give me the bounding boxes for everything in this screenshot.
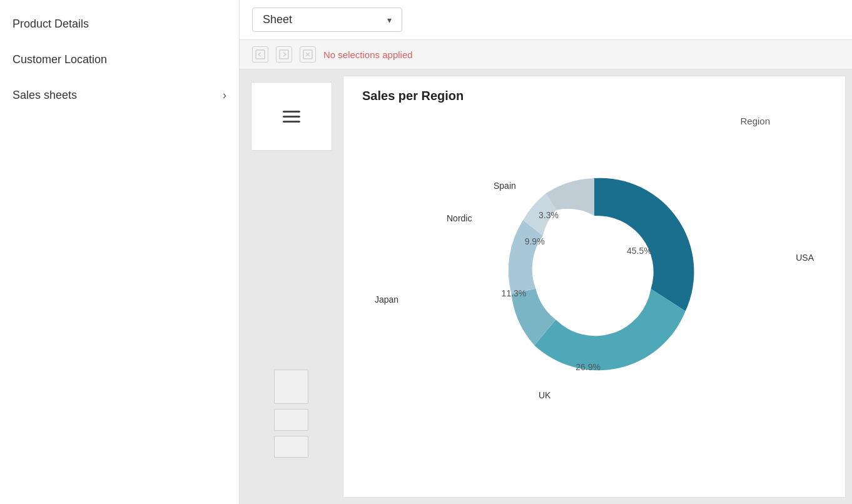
sidebar-item-sales-sheets[interactable]: Sales sheets ›: [0, 78, 239, 113]
left-panel: [240, 69, 343, 504]
chart-area: Sales per Region: [343, 76, 846, 498]
menu-widget[interactable]: [251, 82, 332, 151]
label-japan: Japan: [375, 295, 398, 305]
dropdown-arrow-icon: ▾: [387, 15, 392, 25]
toolbar: Sheet ▾: [240, 0, 852, 40]
sidebar-item-product-details[interactable]: Product Details: [0, 6, 239, 42]
sidebar-item-label: Customer Location: [13, 53, 107, 66]
small-widget-3: [274, 436, 308, 458]
sidebar-item-label: Product Details: [13, 18, 89, 31]
small-widget-2: [274, 409, 308, 431]
legend-title: Region: [740, 116, 770, 126]
chevron-right-icon: ›: [223, 89, 226, 102]
no-selections-label: No selections applied: [323, 49, 413, 60]
hamburger-icon: [283, 111, 300, 123]
main-content: Sheet ▾ No selections applied: [240, 0, 852, 504]
selection-bar: No selections applied: [240, 40, 852, 69]
sheet-dropdown-label: Sheet: [263, 13, 292, 26]
chart-title: Sales per Region: [362, 89, 826, 103]
donut-hole: [539, 217, 649, 327]
label-usa: USA: [796, 253, 814, 263]
donut-chart-container: Region USA 45.5% UK 26.9% Jap: [362, 109, 826, 435]
content-area: Sales per Region: [240, 69, 852, 504]
sheet-dropdown[interactable]: Sheet ▾: [252, 8, 402, 32]
sidebar-item-customer-location[interactable]: Customer Location: [0, 42, 239, 78]
sidebar-item-label: Sales sheets: [13, 89, 77, 102]
select-back-icon[interactable]: [252, 46, 268, 63]
select-forward-icon[interactable]: [276, 46, 292, 63]
svg-rect-1: [280, 50, 288, 59]
donut-chart-svg: [463, 141, 726, 403]
small-widget-1: [274, 370, 308, 404]
clear-selections-icon[interactable]: [300, 46, 316, 63]
sidebar: Product Details Customer Location Sales …: [0, 0, 240, 504]
svg-rect-0: [256, 50, 265, 59]
